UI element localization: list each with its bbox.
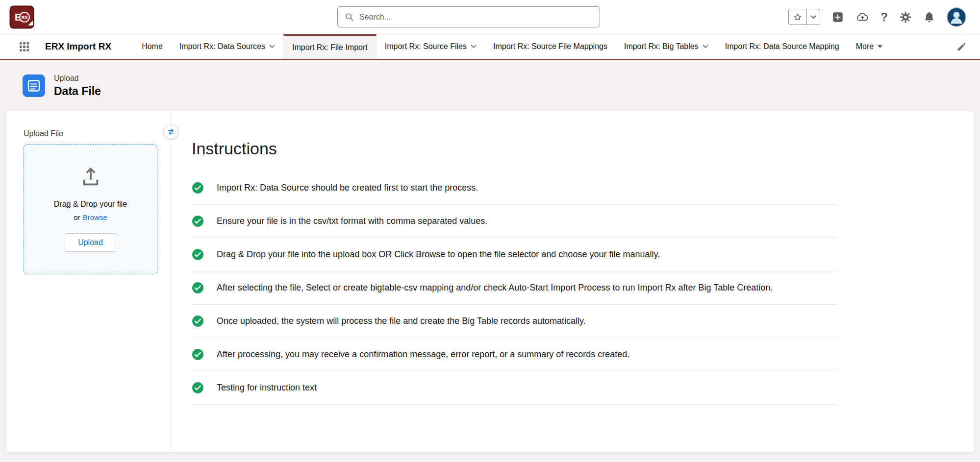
tab-label: Import Rx: File Import [292,43,368,52]
edit-navigation-button[interactable] [956,42,967,52]
erx-logo-icon: E RX [9,5,34,29]
bell-icon [923,11,935,23]
tab-import-rx-source-file-mappings[interactable]: Import Rx: Source File Mappings [485,34,616,59]
chevron-down-icon [810,15,816,19]
tab-import-rx-data-sources[interactable]: Import Rx: Data Sources [171,34,283,59]
tab-label: More [856,42,874,51]
instruction-item: After selecting the file, Select or crea… [192,271,838,305]
company-logo[interactable]: E RX [9,5,34,29]
notifications-button[interactable] [923,11,935,23]
check-icon [192,182,204,194]
global-actions-button[interactable] [831,11,844,24]
favorites-button[interactable] [789,9,807,24]
waffle-icon [19,41,30,52]
instruction-text: After processing, you may receive a conf… [217,349,629,360]
tab-home[interactable]: Home [133,34,171,59]
star-icon [793,13,802,22]
app-name: ERX Import RX [45,41,111,52]
gear-icon [899,11,912,24]
instruction-text: Once uploaded, the system will process t… [217,316,586,326]
check-icon [192,348,204,361]
chevron-down-icon [878,45,882,48]
upload-file-label: Upload File [24,129,157,138]
profile-avatar[interactable] [947,7,966,27]
instruction-text: Ensure your file is in the csv/txt forma… [217,216,487,226]
check-icon [192,215,204,227]
search-icon [345,12,354,22]
tab-label: Import Rx: Big Tables [624,42,699,51]
page-title: Data File [54,85,101,98]
favorites-group [788,9,820,25]
svg-text:RX: RX [22,15,28,20]
check-icon [192,382,204,394]
page-header: Upload Data File [0,60,980,111]
tab-label: Import Rx: Source Files [385,42,467,51]
setup-button[interactable] [899,11,912,24]
tab-import-rx-big-tables[interactable]: Import Rx: Big Tables [616,34,717,59]
pencil-icon [956,42,967,52]
or-text: or [74,213,80,221]
instruction-item: Testing for instruction text [192,371,838,405]
chevron-down-icon[interactable] [471,45,477,49]
favorites-dropdown-button[interactable] [807,9,820,24]
tab-label: Import Rx: Data Sources [179,42,265,51]
chevron-down-icon[interactable] [703,45,708,49]
avatar-icon [947,7,966,27]
app-navigation-bar: ERX Import RX Home Import Rx: Data Sourc… [0,34,980,60]
upload-button[interactable]: Upload [65,233,116,252]
help-button[interactable]: ? [880,11,888,23]
data-file-icon [23,74,45,97]
page-eyebrow: Upload [54,74,101,83]
check-icon [192,315,204,327]
global-header: E RX [0,0,980,34]
instruction-item: Ensure your file is in the csv/txt forma… [192,205,838,238]
instruction-text: Import Rx: Data Source should be created… [217,183,478,193]
instruction-text: Drag & Drop your file into the upload bo… [217,249,660,260]
upload-icon [79,166,102,188]
or-browse-row: orBrowse [74,213,107,221]
tab-label: Import Rx: Data Source Mapping [725,42,839,51]
instruction-text: Testing for instruction text [217,383,317,393]
tab-import-rx-data-source-mapping[interactable]: Import Rx: Data Source Mapping [717,34,848,59]
browse-link[interactable]: Browse [83,213,107,221]
file-dropzone[interactable]: Drag & Drop your file orBrowse Upload [24,145,157,274]
search-input[interactable] [337,6,600,27]
header-actions: ? [788,7,966,27]
upload-panel: Upload File Drag & Drop your file orBrow… [6,111,171,452]
guidance-center-button[interactable] [855,11,869,24]
global-search [337,6,600,27]
instructions-section: Instructions Import Rx: Data Source shou… [192,111,838,405]
tab-more[interactable]: More [848,34,891,59]
tab-label: Home [142,42,163,51]
check-icon [192,248,204,261]
chevron-down-icon[interactable] [269,45,275,49]
instruction-item: Once uploaded, the system will process t… [192,305,838,338]
main-card: Upload File Drag & Drop your file orBrow… [6,111,974,452]
nav-tabs: Home Import Rx: Data Sources Import Rx: … [133,34,891,59]
instruction-item: Import Rx: Data Source should be created… [192,171,838,205]
tab-label: Import Rx: Source File Mappings [493,42,607,51]
instruction-item: Drag & Drop your file into the upload bo… [192,238,838,271]
drag-drop-text: Drag & Drop your file [54,200,127,209]
question-mark-icon: ? [880,11,888,23]
collapse-panel-button[interactable] [163,124,178,139]
tab-import-rx-source-files[interactable]: Import Rx: Source Files [377,34,485,59]
cloud-upload-icon [855,11,869,24]
check-icon [192,282,204,294]
instruction-item: After processing, you may receive a conf… [192,338,838,371]
plus-box-icon [831,11,844,24]
instructions-title: Instructions [192,139,838,159]
instruction-text: After selecting the file, Select or crea… [217,283,773,293]
swap-arrows-icon [167,128,175,136]
app-launcher-button[interactable] [19,41,30,52]
tab-import-rx-file-import[interactable]: Import Rx: File Import [283,34,377,59]
